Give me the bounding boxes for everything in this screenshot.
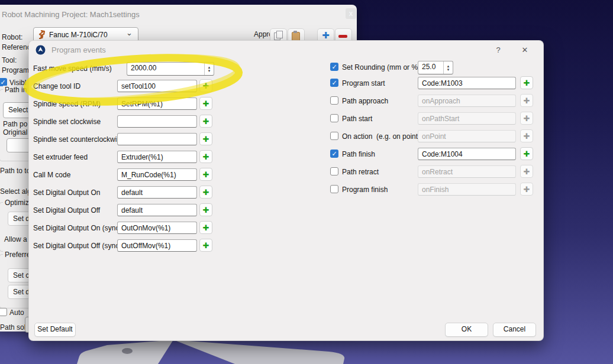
spinbox-value: 25.0	[418, 61, 443, 74]
cancel-button[interactable]: Cancel	[493, 323, 536, 337]
event-row: Set Digital Output On (sync) ✚	[29, 222, 543, 236]
help-button[interactable]: ?	[491, 44, 506, 56]
event-checkbox[interactable]	[330, 114, 338, 122]
spinner-down[interactable]: ▾	[447, 68, 450, 72]
auto-label: Auto	[9, 308, 24, 317]
copy-icon	[274, 32, 280, 40]
robot-icon	[37, 30, 47, 40]
event-code-input[interactable]	[418, 165, 516, 178]
path-to-tool-label: Path to to	[0, 167, 30, 175]
application-viewport: Robot Machining Project: Mach1settings x…	[0, 0, 613, 364]
event-code-input[interactable]	[418, 95, 516, 107]
event-code-input[interactable]	[418, 183, 516, 196]
optimization-group-label: Optimiz	[3, 199, 31, 207]
event-checkbox[interactable]	[330, 167, 338, 176]
field-label: Set Rounding (mm or %)	[342, 63, 420, 72]
spinner-arrows[interactable]: ▴ ▾	[443, 61, 453, 74]
event-code-input[interactable]	[418, 148, 516, 160]
field-label: Path retract	[342, 168, 379, 176]
program-label: Program:	[2, 66, 31, 74]
chevron-down-icon: ⌄	[126, 28, 133, 37]
event-row: Path approach ✚	[29, 95, 543, 109]
event-row: Path start ✚	[29, 113, 543, 127]
tool-label: Tool:	[2, 56, 17, 64]
field-label: Set Digital Output Off	[33, 206, 100, 214]
set-default-button[interactable]: Set Default	[34, 323, 76, 337]
event-row: Program finish ✚	[29, 184, 543, 198]
set-rounding-row: ✓ Set Rounding (mm or %) 25.0 ▴ ▾	[29, 61, 543, 76]
set-rounding-checkbox[interactable]: ✓	[330, 63, 338, 71]
field-label: Path approach	[342, 97, 388, 105]
event-code-input[interactable]	[418, 130, 516, 142]
add-event-button[interactable]: ✚	[520, 129, 533, 142]
field-label: Path start	[342, 115, 372, 123]
add-event-button[interactable]: ✚	[199, 203, 212, 216]
reference-label: Referenc	[2, 43, 31, 51]
robot-label: Robot:	[2, 33, 22, 41]
event-code-input[interactable]	[117, 239, 197, 252]
add-event-button[interactable]: ✚	[199, 239, 212, 252]
field-label: Set Digital Output Off (sync)	[33, 242, 121, 250]
rounding-spinbox[interactable]: 25.0 ▴ ▾	[418, 61, 453, 74]
dialog-close-button[interactable]: ✕	[517, 44, 533, 56]
event-checkbox[interactable]: ✓	[330, 150, 338, 158]
event-code-input[interactable]	[418, 112, 516, 125]
minus-icon	[338, 35, 347, 38]
allow-label: Allow a	[4, 235, 27, 243]
event-row: Set Digital Output Off ✚	[29, 204, 543, 218]
add-event-button[interactable]: ✚	[520, 183, 533, 196]
event-row: Set Digital Output Off (sync) ✚	[29, 239, 543, 254]
auto-checkbox[interactable]	[0, 308, 7, 316]
ok-button[interactable]: OK	[445, 323, 488, 337]
add-event-button[interactable]: ✚	[199, 221, 212, 234]
add-event-button[interactable]: ✚	[520, 147, 533, 160]
event-row: ✓ Program start ✚	[29, 77, 543, 92]
program-events-dialog: Program events ? ✕ Fast move speed (mm/s…	[28, 40, 544, 341]
event-code-input[interactable]	[117, 222, 197, 234]
event-checkbox[interactable]	[330, 185, 338, 193]
event-checkbox[interactable]	[330, 132, 338, 140]
field-label: Program start	[342, 79, 385, 87]
event-checkbox[interactable]	[330, 96, 338, 105]
window-title: Robot Machining Project: Mach1settings	[2, 10, 140, 19]
add-event-button[interactable]: ✚	[520, 112, 533, 125]
field-label: On action (e.g. on point)	[342, 132, 420, 141]
robodk-logo-icon	[36, 45, 46, 55]
field-label: Path finish	[342, 150, 375, 158]
add-event-button[interactable]: ✚	[520, 94, 533, 107]
add-event-button[interactable]: ✚	[520, 76, 533, 89]
visible-checkbox[interactable]: ✓	[0, 78, 7, 86]
field-label: Set Digital Output On (sync)	[33, 224, 121, 232]
event-row: On action (e.g. on point) ✚	[29, 131, 543, 145]
window-close-button[interactable]: x	[346, 8, 356, 19]
robot-combo-value: Fanuc M-710iC/70	[49, 31, 108, 39]
path-input-group-label: Path in	[3, 86, 28, 94]
original-label: Original	[3, 128, 27, 136]
add-event-button[interactable]: ✚	[520, 165, 533, 178]
dialog-title: Program events	[51, 46, 106, 54]
plus-icon: ✚	[318, 30, 334, 41]
event-row: ✓ Path finish ✚	[29, 148, 543, 162]
event-row: Path retract ✚	[29, 166, 543, 180]
event-checkbox[interactable]: ✓	[330, 79, 338, 87]
event-code-input[interactable]	[418, 77, 516, 89]
field-label: Program finish	[342, 186, 388, 194]
path-points-label: Path po	[3, 120, 27, 128]
preferred-group-label: Preferre	[3, 251, 32, 259]
select-algorithm-label: Select alg	[0, 187, 31, 196]
event-code-input[interactable]	[117, 204, 197, 216]
